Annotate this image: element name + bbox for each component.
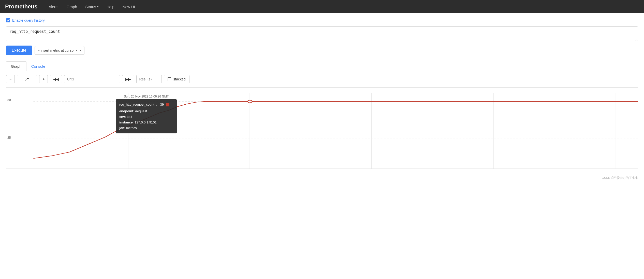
nav-item-help[interactable]: Help <box>103 3 118 10</box>
tab-graph[interactable]: Graph <box>6 61 26 71</box>
insert-metric-select[interactable]: - insert metric at cursor - <box>35 46 84 55</box>
query-input-container: req_http_request_count <box>6 26 638 42</box>
graph-svg <box>6 88 638 169</box>
y-label-25: 25 <box>7 136 11 140</box>
query-textarea[interactable]: req_http_request_count <box>6 26 638 41</box>
execute-row: Execute - insert metric at cursor - <box>6 46 638 55</box>
graph-area: 30 25 Sun, 20 Nov 2022 16:06:26 GMT re <box>6 87 638 169</box>
fast-forward-btn[interactable]: ▶▶ <box>122 75 134 83</box>
tooltip-job: job: metrics <box>119 125 173 131</box>
duration-increase-btn[interactable]: + <box>39 75 48 83</box>
footer: CSDN ©不爱学习的王小小 <box>0 174 644 182</box>
stacked-label: stacked <box>173 77 185 81</box>
res-input[interactable] <box>136 75 162 83</box>
nav-item-newui[interactable]: New UI <box>119 3 139 10</box>
nav-item-graph[interactable]: Graph <box>63 3 81 10</box>
svg-point-7 <box>247 100 252 103</box>
until-input[interactable] <box>64 75 120 83</box>
brand-link[interactable]: Prometheus <box>5 3 37 10</box>
tooltip-box: req_http_request_count: 30 endpoint: /re… <box>116 99 177 133</box>
nav-item-status[interactable]: Status ▾ <box>82 3 102 10</box>
duration-decrease-btn[interactable]: − <box>6 75 15 83</box>
query-history-row: Enable query history <box>6 18 638 22</box>
query-history-checkbox[interactable] <box>6 18 10 22</box>
nav-links: Alerts Graph Status ▾ Help New UI <box>45 3 139 10</box>
status-dropdown-arrow: ▾ <box>97 5 98 8</box>
nav-item-alerts[interactable]: Alerts <box>45 3 62 10</box>
stacked-checkbox-icon <box>168 77 171 81</box>
tooltip-container: Sun, 20 Nov 2022 16:06:26 GMT req_http_r… <box>116 95 177 133</box>
rewind-btn[interactable]: ◀◀ <box>50 75 62 83</box>
tab-console[interactable]: Console <box>26 61 50 71</box>
stacked-btn[interactable]: stacked <box>164 75 189 83</box>
tooltip-endpoint: endpoint: /request <box>119 108 173 114</box>
footer-text: CSDN ©不爱学习的王小小 <box>602 176 638 180</box>
tooltip-metric-value: 30 <box>160 102 164 107</box>
tooltip-color-swatch <box>166 103 169 106</box>
main-content: Enable query history req_http_request_co… <box>0 13 644 174</box>
graph-controls: − + ◀◀ ▶▶ stacked <box>6 75 638 83</box>
tooltip-metric-name: req_http_request_count <box>119 102 154 107</box>
navbar: Prometheus Alerts Graph Status ▾ Help Ne… <box>0 0 644 13</box>
tooltip-env: env: test <box>119 114 173 120</box>
duration-input[interactable] <box>17 75 37 83</box>
tabs-container: Graph Console <box>6 61 638 71</box>
execute-button[interactable]: Execute <box>6 46 32 55</box>
query-history-label[interactable]: Enable query history <box>12 18 45 22</box>
tooltip-header-line: Sun, 20 Nov 2022 16:06:26 GMT <box>116 95 177 98</box>
y-label-30: 30 <box>7 98 11 102</box>
tooltip-metric-row: req_http_request_count: 30 <box>119 102 173 107</box>
tooltip-instance: instance: 127.0.0.1:9101 <box>119 120 173 125</box>
